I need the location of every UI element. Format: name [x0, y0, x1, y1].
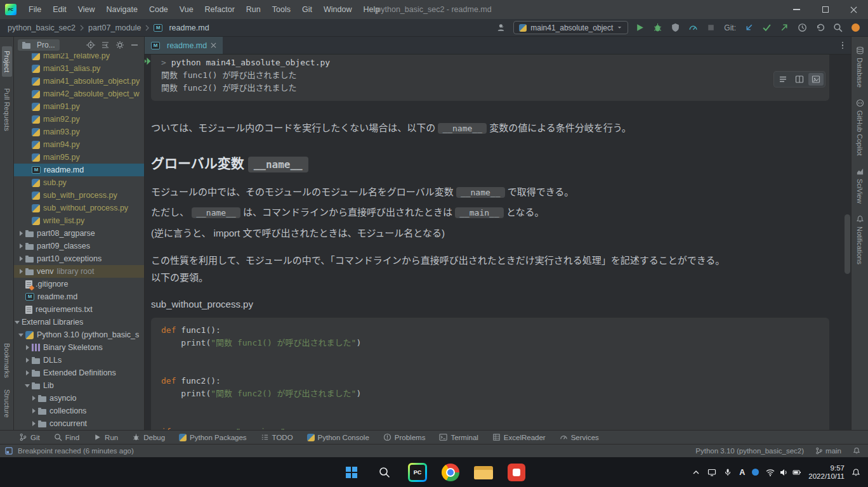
tool-stripe-bookmarks[interactable]: Bookmarks [3, 343, 11, 378]
menu-git[interactable]: Git [296, 0, 318, 19]
menu-refactor[interactable]: Refactor [199, 0, 240, 19]
user-icon[interactable] [496, 22, 508, 34]
toolwindow-terminal[interactable]: Terminal [439, 433, 478, 441]
breadcrumb-item-readme-md[interactable]: Mreadme.md [154, 23, 209, 32]
tree-item-3-main42-absolute-object-w[interactable]: main42_absolute_object_w [14, 88, 144, 100]
tree-item-11-sub-with-process-py[interactable]: sub_with_process.py [14, 189, 144, 202]
ime-indicator[interactable]: A [739, 468, 745, 477]
editor-scrollbar[interactable] [845, 214, 850, 274]
tree-item-2-main41-absolute-object-py[interactable]: main41_absolute_object.py [14, 75, 144, 88]
network-volume-battery-group[interactable] [766, 468, 801, 477]
coverage-button[interactable] [669, 22, 681, 34]
interpreter-widget[interactable]: Python 3.10 (python_basic_sec2) [695, 447, 804, 455]
tree-item-14-part08-argparse[interactable]: part08_argparse [14, 227, 144, 240]
breadcrumb-item-python-basic-sec2[interactable]: python_basic_sec2 [8, 23, 76, 32]
tree-item-17-venv[interactable]: venvlibrary root [14, 265, 144, 278]
tree-item-24-dlls[interactable]: DLLs [14, 354, 144, 367]
notification-center-icon[interactable] [852, 468, 860, 477]
profiler-button[interactable] [687, 22, 699, 34]
toolwindow-git[interactable]: Git [19, 433, 40, 441]
tool-stripe-sciview[interactable]: SciView [856, 167, 864, 204]
red-app-icon[interactable] [504, 460, 529, 485]
tool-stripe-project[interactable]: Project [2, 46, 12, 77]
hide-panel-icon[interactable] [130, 41, 139, 49]
toolwindow-python-console[interactable]: Python Console [307, 434, 369, 441]
push-button[interactable] [779, 22, 791, 34]
tree-item-15-part09-classes[interactable]: part09_classes [14, 240, 144, 252]
tree-item-19-readme-md[interactable]: Mreadme.md [14, 290, 144, 303]
tree-item-0-main21-relative-py[interactable]: main21_relative.py [14, 53, 144, 62]
tree-item-13-write-list-py[interactable]: write_list.py [14, 214, 144, 227]
taskbar-search-icon[interactable] [372, 460, 397, 485]
collapse-all-icon[interactable] [101, 41, 110, 49]
show-editor-only-icon[interactable] [775, 73, 791, 86]
chrome-icon[interactable] [438, 460, 463, 485]
tree-item-16-part10-exceptions[interactable]: part10_exceptions [14, 252, 144, 265]
menu-edit[interactable]: Edit [47, 0, 72, 19]
menu-view[interactable]: View [72, 0, 101, 19]
tab-options-icon[interactable] [834, 42, 852, 49]
menu-file[interactable]: File [23, 0, 47, 19]
toolwindow-debug[interactable]: Debug [132, 433, 165, 441]
tree-item-8-main95-py[interactable]: main95.py [14, 151, 144, 164]
menu-navigate[interactable]: Navigate [101, 0, 143, 19]
tab-close-icon[interactable] [211, 42, 216, 48]
tree-item-10-sub-py[interactable]: sub.py [14, 176, 144, 189]
history-button[interactable] [796, 22, 808, 34]
panel-settings-icon[interactable] [115, 41, 124, 49]
tree-item-28-collections[interactable]: collections [14, 405, 144, 417]
tree-item-23-binary-skeletons[interactable]: Binary Skeletons [14, 341, 144, 354]
notifications-icon[interactable] [853, 447, 860, 455]
menu-code[interactable]: Code [143, 0, 174, 19]
locate-file-icon[interactable] [86, 41, 95, 49]
stop-button[interactable] [705, 22, 717, 34]
show-preview-only-icon[interactable] [808, 73, 824, 86]
toolwindow-excelreader[interactable]: ExcelReader [492, 433, 546, 441]
pycharm-taskbar-icon[interactable]: PC [405, 460, 430, 485]
start-button[interactable] [339, 460, 364, 485]
tree-item-7-main94-py[interactable]: main94.py [14, 138, 144, 151]
toolwindow-todo[interactable]: TODO [261, 433, 293, 441]
tool-stripe-notifications[interactable]: Notifications [856, 215, 864, 264]
tree-item-29-concurrent[interactable]: concurrent [14, 417, 144, 430]
tool-windows-icon[interactable] [5, 447, 13, 455]
commit-button[interactable] [761, 22, 773, 34]
toolwindow-find[interactable]: Find [54, 433, 79, 441]
run-button[interactable] [634, 22, 646, 34]
tool-stripe-pull-requests[interactable]: Pull Requests [3, 88, 11, 131]
rollback-button[interactable] [814, 22, 826, 34]
tab-readme-md[interactable]: M readme.md [145, 37, 223, 54]
tool-stripe-github-copilot[interactable]: GitHub Copilot [856, 99, 864, 156]
tree-item-25-extended-definitions[interactable]: Extended Definitions [14, 367, 144, 379]
file-explorer-icon[interactable] [471, 460, 496, 485]
tree-item-1-main31-alias-py[interactable]: main31_alias.py [14, 62, 144, 75]
toolwindow-services[interactable]: Services [560, 433, 599, 441]
tree-item-9-readme-md[interactable]: Mreadme.md [14, 164, 144, 176]
maximize-button[interactable] [811, 0, 839, 19]
tree-item-18-gitignore[interactable]: .gitignore [14, 278, 144, 290]
project-tab[interactable]: Pro... [18, 39, 60, 51]
menu-vue[interactable]: Vue [174, 0, 199, 19]
display-tray-icon[interactable] [707, 468, 716, 477]
tool-stripe-database[interactable]: Database [856, 46, 864, 88]
debug-button[interactable] [652, 22, 664, 34]
breadcrumb-item-part07-module[interactable]: part07_module [88, 23, 141, 32]
update-project-button[interactable] [743, 22, 755, 34]
tree-item-27-asyncio[interactable]: asyncio [14, 392, 144, 405]
toolwindow-python-packages[interactable]: Python Packages [179, 434, 247, 441]
menu-tools[interactable]: Tools [266, 0, 296, 19]
menu-window[interactable]: Window [318, 0, 357, 19]
close-button[interactable] [839, 0, 868, 19]
taskbar-clock[interactable]: 9:57 2022/10/11 [808, 464, 845, 481]
microphone-icon[interactable] [723, 468, 732, 477]
toolwindow-problems[interactable]: Problems [383, 433, 426, 441]
tree-item-6-main93-py[interactable]: main93.py [14, 126, 144, 138]
menu-run[interactable]: Run [240, 0, 266, 19]
git-branch-widget[interactable]: main [815, 447, 841, 455]
tree-item-26-lib[interactable]: Lib [14, 379, 144, 392]
tree-item-12-sub-without-process-py[interactable]: sub_without_process.py [14, 202, 144, 214]
bluetooth-tray-icon[interactable] [752, 469, 759, 476]
tray-expand-icon[interactable] [692, 468, 700, 477]
tree-item-5-main92-py[interactable]: main92.py [14, 113, 144, 126]
show-editor-and-preview-icon[interactable] [792, 73, 807, 86]
